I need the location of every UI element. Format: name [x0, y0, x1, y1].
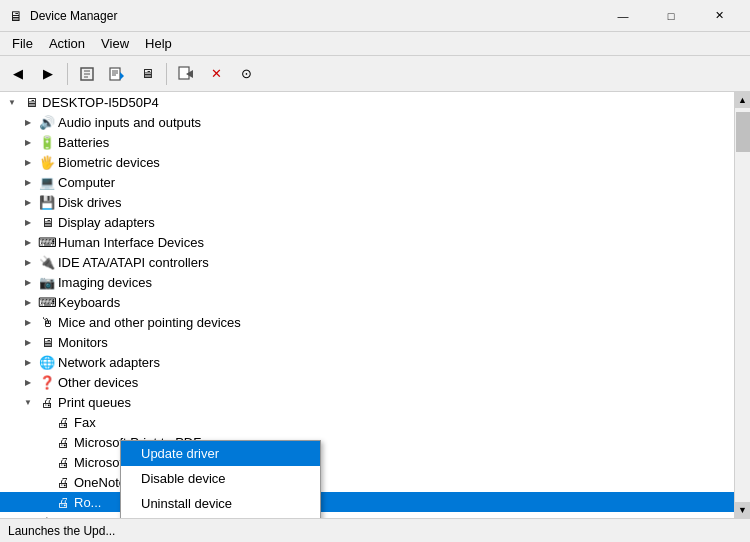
app-icon: 🖥 — [8, 8, 24, 24]
tree-label-3: Computer — [58, 175, 115, 190]
tree-item-1[interactable]: ▶🔋Batteries — [0, 132, 734, 152]
tree-item-18[interactable]: 🖨OneNote for Windows 10 — [0, 472, 734, 492]
menu-help[interactable]: Help — [137, 34, 180, 53]
title-bar-controls: — □ ✕ — [600, 0, 742, 32]
root-toggle[interactable]: ▼ — [4, 94, 20, 110]
tree-toggle-14[interactable]: ▼ — [20, 394, 36, 410]
toolbar-help[interactable]: ⊙ — [232, 60, 260, 88]
tree-toggle-4[interactable]: ▶ — [20, 194, 36, 210]
menu-file[interactable]: File — [4, 34, 41, 53]
tree-icon-13: ❓ — [39, 374, 55, 390]
tree-item-19[interactable]: 🖨Ro... — [0, 492, 734, 512]
menu-action[interactable]: Action — [41, 34, 93, 53]
tree-label-15: Fax — [74, 415, 96, 430]
tree-label-7: IDE ATA/ATAPI controllers — [58, 255, 209, 270]
tree-toggle-10[interactable]: ▶ — [20, 314, 36, 330]
tree-item-2[interactable]: ▶🖐Biometric devices — [0, 152, 734, 172]
tree-item-5[interactable]: ▶🖥Display adapters — [0, 212, 734, 232]
tree-item-0[interactable]: ▶🔊Audio inputs and outputs — [0, 112, 734, 132]
tree-toggle-8[interactable]: ▶ — [20, 274, 36, 290]
toolbar-back[interactable]: ◀ — [4, 60, 32, 88]
tree-toggle-16 — [36, 434, 52, 450]
title-bar: 🖥 Device Manager — □ ✕ — [0, 0, 750, 32]
tree-item-16[interactable]: 🖨Microsoft Print to PDF — [0, 432, 734, 452]
tree-item-17[interactable]: 🖨Microsoft XPS Document Writer — [0, 452, 734, 472]
tree-toggle-11[interactable]: ▶ — [20, 334, 36, 350]
tree-item-20[interactable]: ▶⚙Proce... — [0, 512, 734, 518]
context-update-driver[interactable]: Update driver — [121, 441, 320, 466]
tree-toggle-13[interactable]: ▶ — [20, 374, 36, 390]
tree-toggle-6[interactable]: ▶ — [20, 234, 36, 250]
tree-icon-2: 🖐 — [39, 154, 55, 170]
root-icon: 🖥 — [23, 94, 39, 110]
tree-toggle-1[interactable]: ▶ — [20, 134, 36, 150]
tree-item-12[interactable]: ▶🌐Network adapters — [0, 352, 734, 372]
tree-root[interactable]: ▼ 🖥 DESKTOP-I5D50P4 — [0, 92, 734, 112]
toolbar-update[interactable] — [103, 60, 131, 88]
tree-toggle-12[interactable]: ▶ — [20, 354, 36, 370]
tree-toggle-7[interactable]: ▶ — [20, 254, 36, 270]
tree-item-4[interactable]: ▶💾Disk drives — [0, 192, 734, 212]
toolbar-separator-2 — [166, 63, 167, 85]
tree-label-4: Disk drives — [58, 195, 122, 210]
tree-icon-7: 🔌 — [39, 254, 55, 270]
scan-icon — [178, 66, 194, 82]
toolbar: ◀ ▶ 🖥 ✕ ⊙ — [0, 56, 750, 92]
tree-icon-8: 📷 — [39, 274, 55, 290]
tree-icon-17: 🖨 — [55, 454, 71, 470]
context-disable-device[interactable]: Disable device — [121, 466, 320, 491]
tree-label-8: Imaging devices — [58, 275, 152, 290]
tree-label-2: Biometric devices — [58, 155, 160, 170]
tree-label-20: Proce... — [58, 515, 103, 519]
status-bar: Launches the Upd... — [0, 518, 750, 542]
maximize-button[interactable]: □ — [648, 0, 694, 32]
tree-toggle-9[interactable]: ▶ — [20, 294, 36, 310]
tree-items: ▶🔊Audio inputs and outputs▶🔋Batteries▶🖐B… — [0, 112, 734, 518]
tree-icon-16: 🖨 — [55, 434, 71, 450]
tree-toggle-2[interactable]: ▶ — [20, 154, 36, 170]
tree-item-3[interactable]: ▶💻Computer — [0, 172, 734, 192]
tree-item-6[interactable]: ▶⌨Human Interface Devices — [0, 232, 734, 252]
tree-item-7[interactable]: ▶🔌IDE ATA/ATAPI controllers — [0, 252, 734, 272]
tree-item-10[interactable]: ▶🖱Mice and other pointing devices — [0, 312, 734, 332]
scroll-track — [735, 108, 750, 502]
toolbar-monitor[interactable]: 🖥 — [133, 60, 161, 88]
toolbar-properties[interactable] — [73, 60, 101, 88]
tree-label-5: Display adapters — [58, 215, 155, 230]
tree-toggle-5[interactable]: ▶ — [20, 214, 36, 230]
tree-item-15[interactable]: 🖨Fax — [0, 412, 734, 432]
tree-item-9[interactable]: ▶⌨Keyboards — [0, 292, 734, 312]
tree-icon-0: 🔊 — [39, 114, 55, 130]
close-button[interactable]: ✕ — [696, 0, 742, 32]
toolbar-forward[interactable]: ▶ — [34, 60, 62, 88]
scroll-up[interactable]: ▲ — [735, 92, 751, 108]
tree-item-13[interactable]: ▶❓Other devices — [0, 372, 734, 392]
update-icon — [109, 66, 125, 82]
tree-label-14: Print queues — [58, 395, 131, 410]
scrollbar[interactable]: ▲ ▼ — [734, 92, 750, 518]
context-uninstall-device[interactable]: Uninstall device — [121, 491, 320, 516]
tree-toggle-0[interactable]: ▶ — [20, 114, 36, 130]
tree-label-11: Monitors — [58, 335, 108, 350]
tree-icon-3: 💻 — [39, 174, 55, 190]
tree-toggle-18 — [36, 474, 52, 490]
toolbar-scan[interactable] — [172, 60, 200, 88]
scroll-thumb[interactable] — [736, 112, 750, 152]
tree-item-8[interactable]: ▶📷Imaging devices — [0, 272, 734, 292]
toolbar-remove[interactable]: ✕ — [202, 60, 230, 88]
tree-label-9: Keyboards — [58, 295, 120, 310]
menu-view[interactable]: View — [93, 34, 137, 53]
tree-label-19: Ro... — [74, 495, 101, 510]
svg-marker-8 — [120, 72, 124, 80]
tree-label-6: Human Interface Devices — [58, 235, 204, 250]
tree-item-14[interactable]: ▼🖨Print queues — [0, 392, 734, 412]
tree-label-10: Mice and other pointing devices — [58, 315, 241, 330]
tree-toggle-20[interactable]: ▶ — [20, 514, 36, 518]
tree-icon-12: 🌐 — [39, 354, 55, 370]
tree-item-11[interactable]: ▶🖥Monitors — [0, 332, 734, 352]
scroll-down[interactable]: ▼ — [735, 502, 751, 518]
context-menu: Update driver Disable device Uninstall d… — [120, 440, 321, 518]
minimize-button[interactable]: — — [600, 0, 646, 32]
tree-toggle-3[interactable]: ▶ — [20, 174, 36, 190]
device-tree[interactable]: ▼ 🖥 DESKTOP-I5D50P4 ▶🔊Audio inputs and o… — [0, 92, 734, 518]
